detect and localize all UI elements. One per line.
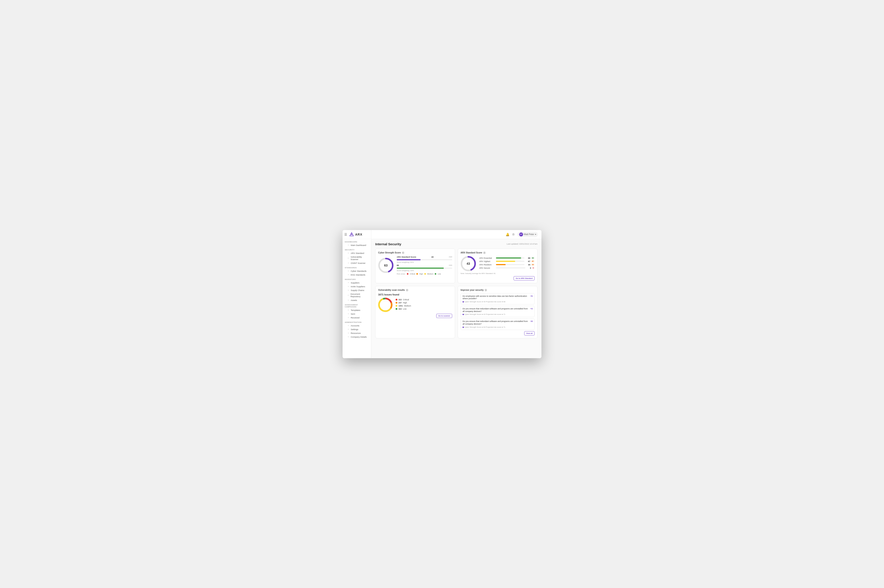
sidebar-item-icon: › (347, 262, 350, 264)
cyber-strength-info-icon[interactable]: i (402, 252, 404, 254)
sidebar-item-icon: › (347, 328, 350, 330)
sidebar-item-accounts[interactable]: ›Accounts (342, 324, 371, 327)
page-title: Internal Security (375, 242, 401, 246)
sidebar-item-assets[interactable]: ›Assets (342, 298, 371, 302)
sidebar-item-arx-standard[interactable]: ›ARX Standard (342, 251, 371, 255)
sidebar-item-received[interactable]: ›Received (342, 316, 371, 320)
improve-item-1: Do you ensure that redundant software an… (461, 306, 534, 317)
sidebar-item-icon: › (347, 294, 350, 296)
go-arx-button[interactable]: Go to ARX Standard (513, 276, 534, 280)
arx-row-arx-resilient: ARX Resilient 34 34 (479, 264, 534, 266)
sidebar-item-icon: › (347, 273, 350, 276)
sidebar-item-icon: › (347, 309, 350, 311)
sidebar-item-label: Sent (351, 313, 355, 315)
sidebar-item-icon: › (347, 270, 350, 272)
improve-item-0: Do employees with access to sensitive da… (461, 293, 534, 304)
sidebar-item-invite-suppliers[interactable]: ›Invite Suppliers (342, 285, 371, 288)
arx-score-bar (397, 259, 452, 260)
sidebar-item-icon: › (347, 313, 350, 315)
sidebar-item-icon: › (347, 332, 350, 334)
sidebar-item-suppliers[interactable]: ›Suppliers (342, 281, 371, 285)
sidebar-item-cyber-standards[interactable]: ›Cyber Standards (342, 269, 371, 273)
sidebar-item-label: Invite Suppliers (351, 285, 365, 288)
vuln-scan-card: Vulnerability scan results i 1671 Issues… (375, 286, 455, 338)
secondary-score-bar (397, 268, 452, 269)
cyber-strength-card: Cyber Strength Score i 63 (375, 249, 455, 283)
sidebar-item-osint-scanner[interactable]: ›OSINT Scanner (342, 261, 371, 265)
sidebar-item-label: Templates (351, 309, 360, 311)
arx-score-value: 43 (467, 262, 470, 266)
user-name: Matt Peter (524, 233, 534, 236)
sidebar-item-icon: › (347, 285, 350, 288)
sidebar-item-icon: › (347, 299, 350, 301)
sidebar-item-vulnerability-scanner[interactable]: ›Vulnerability Scanner (342, 255, 371, 261)
vuln-info-icon[interactable]: i (406, 289, 408, 291)
improve-info-icon[interactable]: i (485, 289, 487, 291)
vuln-legend-high: 247 High (396, 302, 452, 304)
sidebar-item-label: ARX Standard (351, 252, 364, 254)
sidebar-item-supply-chains[interactable]: ›Supply Chains (342, 288, 371, 292)
main-area: 🔔 ? MP Matt Peter ▾ Internal Security La… (371, 230, 542, 358)
bell-icon[interactable]: 🔔 (506, 232, 509, 236)
sidebar-section-security: SECURITY (342, 247, 371, 251)
improve-items: Do employees with access to sensitive da… (461, 293, 534, 330)
improve-security-card: Improve your security i Do employees wit… (458, 286, 537, 338)
sidebar-item-resources[interactable]: ›Resources (342, 331, 371, 335)
sidebar-item-templates[interactable]: ›Templates (342, 308, 371, 312)
chevron-down-icon: ▾ (535, 233, 536, 236)
low-dot (435, 273, 436, 274)
vuln-legend: 322 Critical 247 High 1001 Medium 322 Lo… (396, 298, 452, 311)
sidebar-item-icon: › (347, 257, 350, 259)
critical-dot (407, 273, 408, 274)
critical-dot (396, 299, 397, 300)
arx-row-arx-essential: ARX Essential 88 88 (479, 257, 534, 259)
risk-legend: Risk areas: Critical High Medium Low (397, 273, 452, 275)
sidebar-sections: DASHBOARD›Main DashboardSECURITY›ARX Sta… (342, 239, 371, 339)
vuln-legend-low: 322 Low (396, 308, 452, 310)
vuln-header: Vulnerability scan results i (378, 289, 452, 293)
view-all-button[interactable]: View all (524, 331, 534, 335)
hamburger-icon[interactable]: ☰ (344, 232, 347, 236)
sidebar-item-icon: › (347, 244, 350, 246)
sidebar-section-assessment-campaigns: ASSESSMENT CAMPAIGNS (342, 302, 371, 308)
sidebar-item-settings[interactable]: ›Settings (342, 327, 371, 331)
sidebar-section-administration: ADMINISTRATION (342, 320, 371, 324)
improve-item-2: Do you ensure that redundant software an… (461, 318, 534, 330)
app-shell: ☰ ARX DASHBOARD›Main DashboardSECURITY›A… (342, 230, 542, 358)
sidebar-item-label: Assets (351, 299, 357, 302)
arx-logo-icon (350, 232, 354, 237)
arx-standard-content: 43 ARX Essential 88 88 ARX Vigilant 67 6… (461, 256, 534, 272)
sidebar-header: ☰ ARX (342, 230, 371, 239)
sidebar-item-main-dashboard[interactable]: ›Main Dashboard (342, 243, 371, 247)
sidebar-item-label: Suppliers (351, 282, 360, 284)
sidebar-item-label: Resources (351, 332, 361, 334)
go-scanner-button[interactable]: Go to scanner (436, 314, 452, 318)
cards-row-top: Cyber Strength Score i 63 (375, 249, 537, 283)
cyber-strength-content: 63 ARX Standard Score 43 /100 Score (378, 256, 452, 275)
sidebar-item-document-repository[interactable]: ›Document Repository (342, 292, 371, 298)
high-dot (396, 302, 397, 304)
arx-standard-info-icon[interactable]: i (483, 252, 486, 254)
top-nav-right: 🔔 ? MP Matt Peter ▾ (506, 232, 538, 237)
cyber-score-value: 63 (384, 264, 388, 267)
vuln-content: 322 Critical 247 High 1001 Medium 322 Lo… (378, 298, 452, 312)
sidebar-item-label: ESG Standards (351, 273, 365, 276)
sidebar-item-company-details[interactable]: ›Company Details (342, 335, 371, 339)
vuln-legend-medium: 1001 Medium (396, 305, 452, 307)
sidebar-item-icon: › (347, 324, 350, 327)
sidebar-item-label: Supply Chains (351, 289, 364, 291)
svg-point-1 (351, 234, 352, 235)
sidebar-item-esg-standards[interactable]: ›ESG Standards (342, 273, 371, 277)
arx-row-arx-vigilant: ARX Vigilant 67 67 (479, 260, 534, 262)
sidebar-item-sent[interactable]: ›Sent (342, 312, 371, 316)
user-badge[interactable]: MP Matt Peter ▾ (517, 232, 538, 237)
sidebar-item-label: Received (351, 316, 360, 319)
help-icon[interactable]: ? (512, 233, 515, 236)
low-dot (396, 308, 397, 310)
sidebar-section-dashboard: DASHBOARD (342, 239, 371, 243)
sidebar-item-label: Vulnerability Scanner (351, 256, 369, 261)
vuln-legend-critical: 322 Critical (396, 298, 452, 301)
medium-dot (424, 273, 426, 274)
cards-row-bottom: Vulnerability scan results i 1671 Issues… (375, 286, 537, 338)
page-header: Internal Security Last updated: 03/01/20… (375, 242, 537, 246)
